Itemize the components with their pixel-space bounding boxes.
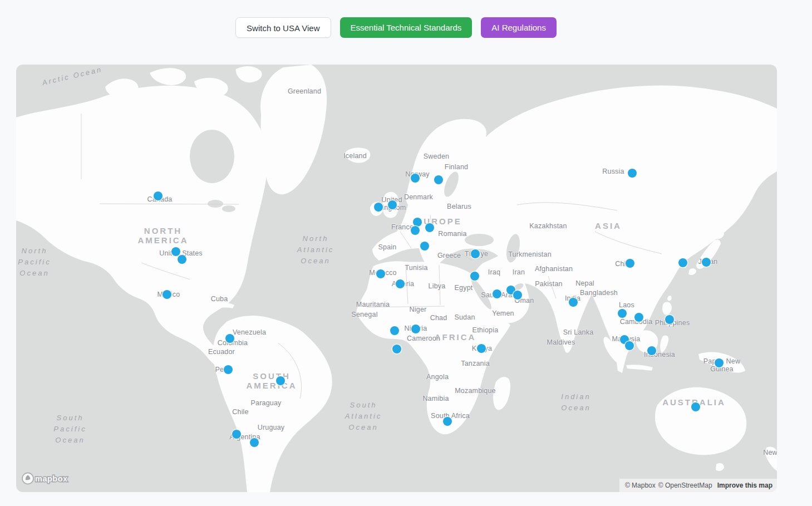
improve-this-map-link[interactable]: Improve this map — [717, 482, 772, 489]
world-map[interactable]: Arctic OceanGreenlandIcelandNORTH AMERIC… — [16, 65, 777, 492]
map-marker[interactable] — [471, 249, 480, 258]
map-marker[interactable] — [225, 334, 234, 343]
map-marker[interactable] — [374, 203, 383, 212]
map-marker[interactable] — [171, 247, 180, 256]
map-marker[interactable] — [420, 242, 429, 250]
map-marker[interactable] — [232, 430, 241, 439]
map-attribution: © Mapbox © OpenStreetMap Improve this ma… — [619, 479, 777, 492]
map-marker[interactable] — [443, 417, 452, 426]
map-marker[interactable] — [163, 290, 171, 299]
map-marker[interactable] — [678, 258, 687, 267]
map-marker[interactable] — [392, 345, 401, 353]
map-marker[interactable] — [154, 191, 163, 200]
map-marker[interactable] — [702, 258, 711, 267]
map-marker[interactable] — [413, 218, 422, 227]
map-marker[interactable] — [388, 200, 397, 209]
map-marker[interactable] — [625, 341, 634, 350]
map-marker[interactable] — [224, 365, 233, 374]
map-marker[interactable] — [178, 255, 186, 264]
essential-technical-standards-button[interactable]: Essential Technical Standards — [340, 17, 473, 38]
openstreetmap-attribution-link[interactable]: © OpenStreetMap — [658, 482, 712, 489]
mapbox-logo-text: mapbox — [35, 474, 68, 483]
ai-regulations-button[interactable]: AI Regulations — [481, 17, 557, 38]
map-marker[interactable] — [634, 313, 643, 322]
map-marker[interactable] — [396, 279, 405, 288]
map-marker[interactable] — [691, 402, 700, 411]
map-marker[interactable] — [513, 291, 522, 299]
map-marker[interactable] — [665, 315, 674, 324]
toolbar: Switch to USA View Essential Technical S… — [0, 17, 802, 38]
map-marker[interactable] — [411, 325, 420, 333]
map-marker[interactable] — [715, 358, 724, 367]
map-marker[interactable] — [376, 269, 385, 278]
map-marker[interactable] — [250, 438, 259, 447]
map-marker[interactable] — [470, 272, 479, 281]
map-marker[interactable] — [434, 175, 443, 184]
map-marker[interactable] — [569, 298, 578, 307]
map-marker[interactable] — [477, 344, 486, 353]
map-marker[interactable] — [411, 226, 420, 235]
map-marker[interactable] — [276, 376, 285, 385]
map-marker[interactable] — [626, 259, 634, 268]
switch-usa-view-button[interactable]: Switch to USA View — [235, 17, 331, 38]
map-marker[interactable] — [618, 309, 627, 318]
map-marker[interactable] — [493, 289, 501, 298]
mapbox-logo[interactable]: mapbox — [22, 472, 73, 487]
map-marker[interactable] — [411, 174, 420, 183]
map-marker[interactable] — [425, 223, 434, 232]
map-marker[interactable] — [628, 169, 637, 178]
map-markers-layer — [16, 65, 777, 492]
map-marker[interactable] — [390, 326, 399, 335]
map-marker[interactable] — [647, 346, 656, 355]
mapbox-attribution-link[interactable]: © Mapbox — [625, 482, 656, 489]
